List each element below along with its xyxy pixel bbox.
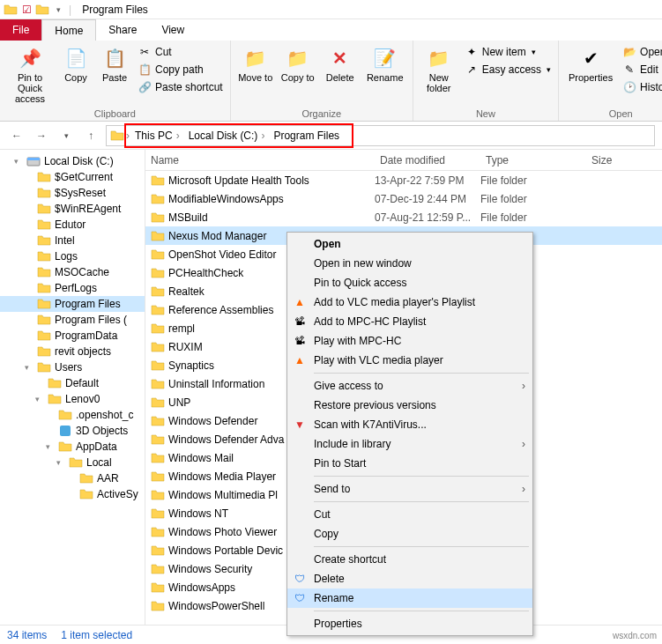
folder-icon xyxy=(151,359,165,373)
tree-item[interactable]: Intel xyxy=(0,233,145,248)
delete-button[interactable]: ✕Delete xyxy=(321,44,360,83)
menu-item[interactable]: Properties xyxy=(287,614,532,633)
qat-dropdown-icon[interactable]: ▾ xyxy=(51,3,65,17)
tree-item[interactable]: AAR xyxy=(0,470,145,486)
tree-item[interactable]: Program Files ( xyxy=(0,312,145,328)
menu-item[interactable]: Cut xyxy=(287,505,532,524)
tab-share[interactable]: Share xyxy=(96,19,149,41)
menu-item[interactable]: Include in library› xyxy=(287,434,532,454)
file-type: File folder xyxy=(480,211,586,224)
fld-icon xyxy=(48,376,62,390)
menu-item[interactable]: ▲Add to VLC media player's Playlist xyxy=(287,292,532,312)
paste-shortcut-button[interactable]: 🔗Paste shortcut xyxy=(136,79,225,95)
move-to-button[interactable]: 📁Move to xyxy=(236,44,275,83)
chevron-right-icon[interactable]: › xyxy=(126,130,130,142)
header-date[interactable]: Date modified xyxy=(375,154,480,167)
tree-item[interactable]: revit objects xyxy=(0,344,145,359)
expand-icon[interactable]: ▾ xyxy=(56,458,65,467)
tree-item[interactable]: Program Files xyxy=(0,296,145,312)
new-item-button[interactable]: ✦New item▾ xyxy=(463,44,553,60)
up-button[interactable]: ↑ xyxy=(81,126,100,145)
tree-item[interactable]: 3D Objects xyxy=(0,423,145,439)
title-bar: ☑ ▾ | Program Files xyxy=(0,0,662,19)
tree-item[interactable]: $WinREAgent xyxy=(0,201,145,217)
tree-item[interactable]: Logs xyxy=(0,248,145,264)
menu-item[interactable]: ▲Play with VLC media player xyxy=(287,351,532,370)
qat-folder-icon[interactable] xyxy=(35,3,49,17)
menu-item[interactable]: Open xyxy=(287,234,532,254)
tree-item[interactable]: ▾Local xyxy=(0,455,145,470)
breadcrumb-item[interactable]: This PC› xyxy=(131,130,183,142)
menu-item[interactable]: Pin to Quick access xyxy=(287,273,532,292)
pin-quick-access-button[interactable]: 📌Pin to Quick access xyxy=(5,44,55,104)
header-size[interactable]: Size xyxy=(586,154,662,167)
expand-icon[interactable]: ▾ xyxy=(35,395,44,403)
copy-path-button[interactable]: 📋Copy path xyxy=(136,62,225,78)
tree-item[interactable]: PerfLogs xyxy=(0,280,145,296)
menu-item[interactable]: Send to› xyxy=(287,479,532,499)
qat-check-icon[interactable]: ☑ xyxy=(19,3,33,17)
tree-item[interactable]: ProgramData xyxy=(0,328,145,344)
menu-item[interactable]: ▼Scan with K7AntiVirus... xyxy=(287,415,532,434)
new-folder-button[interactable]: 📁New folder xyxy=(419,44,459,93)
menu-item[interactable]: 🛡Rename xyxy=(287,588,532,608)
folder-icon xyxy=(151,229,165,243)
tree-item[interactable]: ActiveSy xyxy=(0,486,145,502)
nav-bar: ← → ▾ ↑ › This PC› Local Disk (C:)› Prog… xyxy=(0,122,662,150)
cut-button[interactable]: ✂Cut xyxy=(136,44,225,60)
tree-item[interactable]: Edutor xyxy=(0,217,145,233)
menu-item[interactable]: 📽Play with MPC-HC xyxy=(287,331,532,351)
file-row[interactable]: ModifiableWindowsApps07-Dec-19 2:44 PMFi… xyxy=(145,189,662,208)
column-headers[interactable]: Name Date modified Type Size xyxy=(145,150,662,171)
file-name: OpenShot Video Editor xyxy=(168,248,277,261)
header-type[interactable]: Type xyxy=(480,154,586,167)
expand-icon[interactable]: ▾ xyxy=(14,157,23,166)
expand-icon[interactable]: ▾ xyxy=(46,442,55,451)
open-button[interactable]: 📂Open▾ xyxy=(621,44,662,60)
tab-file[interactable]: File xyxy=(0,19,41,41)
expand-icon[interactable]: ▾ xyxy=(25,363,33,372)
menu-item[interactable]: Copy xyxy=(287,524,532,544)
properties-button[interactable]: ✔Properties xyxy=(564,44,617,95)
nav-tree[interactable]: ▾Local Disk (C:)$GetCurrent$SysReset$Win… xyxy=(0,150,145,625)
tree-item[interactable]: $SysReset xyxy=(0,185,145,201)
address-bar[interactable]: › This PC› Local Disk (C:)› Program File… xyxy=(106,125,655,146)
back-button[interactable]: ← xyxy=(7,126,26,145)
menu-item[interactable]: 📽Add to MPC-HC Playlist xyxy=(287,312,532,331)
tree-item[interactable]: ▾Lenov0 xyxy=(0,391,145,407)
file-name: UNP xyxy=(168,396,190,409)
tree-item[interactable]: MSOCache xyxy=(0,264,145,280)
menu-item[interactable]: Give access to› xyxy=(287,376,532,396)
tree-item[interactable]: ▾Users xyxy=(0,359,145,375)
tab-view[interactable]: View xyxy=(149,19,197,41)
easy-access-button[interactable]: ↗Easy access▾ xyxy=(463,62,553,78)
tree-item[interactable]: $GetCurrent xyxy=(0,169,145,185)
menu-label: Cut xyxy=(314,508,525,521)
menu-item[interactable]: Restore previous versions xyxy=(287,396,532,415)
tree-item[interactable]: .openshot_c xyxy=(0,407,145,423)
history-button[interactable]: 🕑History xyxy=(621,79,662,95)
menu-item[interactable]: Open in new window xyxy=(287,254,532,273)
copy-to-button[interactable]: 📁Copy to xyxy=(279,44,317,83)
rename-button[interactable]: 📝Rename xyxy=(363,44,407,83)
rename-icon: 📝 xyxy=(373,46,398,70)
menu-item[interactable]: Create shortcut xyxy=(287,550,532,569)
menu-item[interactable]: 🛡Delete xyxy=(287,569,532,588)
recent-dropdown[interactable]: ▾ xyxy=(56,126,76,145)
forward-button[interactable]: → xyxy=(32,126,51,145)
breadcrumb-item[interactable]: Local Disk (C:)› xyxy=(185,130,269,142)
tab-home[interactable]: Home xyxy=(41,19,96,41)
menu-icon: ▼ xyxy=(291,418,309,431)
file-row[interactable]: Microsoft Update Health Tools13-Apr-22 7… xyxy=(145,171,662,189)
file-row[interactable]: MSBuild07-Aug-21 12:59 P...File folder xyxy=(145,208,662,226)
tree-item[interactable]: ▾Local Disk (C:) xyxy=(0,153,145,169)
edit-button[interactable]: ✎Edit xyxy=(621,62,662,78)
tree-item[interactable]: ▾AppData xyxy=(0,439,145,455)
breadcrumb-item[interactable]: Program Files xyxy=(270,130,343,142)
header-name[interactable]: Name xyxy=(145,154,375,167)
paste-button[interactable]: 📋Paste xyxy=(97,44,132,104)
menu-item[interactable]: Pin to Start xyxy=(287,454,532,473)
copy-button[interactable]: 📄Copy xyxy=(58,44,93,104)
tree-item[interactable]: Default xyxy=(0,375,145,391)
menu-label: Create shortcut xyxy=(314,553,525,566)
